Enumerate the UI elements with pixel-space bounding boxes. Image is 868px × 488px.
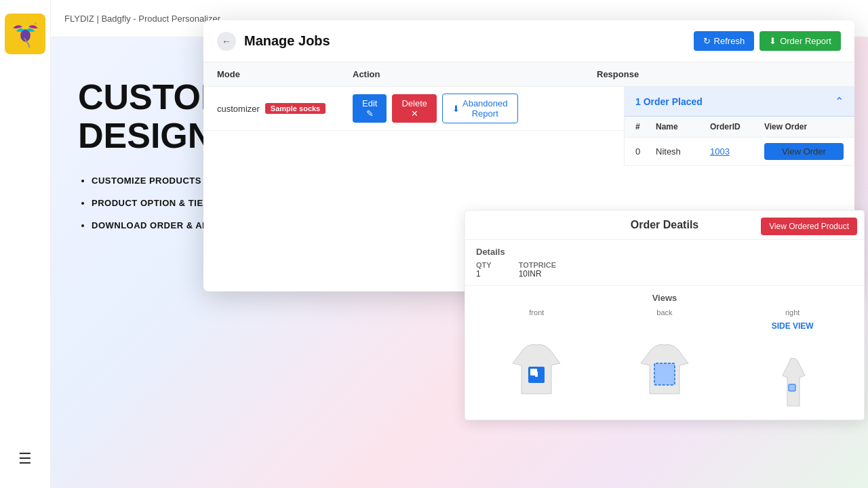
refresh-button[interactable]: ↻ Refresh [694, 31, 755, 51]
order-id-link[interactable]: 1003 [710, 146, 764, 157]
svg-text:✦: ✦ [34, 21, 37, 25]
modal-header-actions: ↻ Refresh ⬇ Order Report [694, 31, 841, 51]
row-name: Nitesh [656, 146, 710, 157]
download-icon: ⬇ [769, 36, 776, 46]
mode-text: customizer [217, 104, 260, 114]
totprice-value: 10INR [519, 269, 556, 279]
action-cell: Edit ✎ Delete ✕ ⬇ Abandoned Report [353, 94, 518, 123]
view-ordered-product-button[interactable]: View Ordered Product [761, 218, 857, 235]
back-tshirt-svg [637, 340, 692, 401]
table-body: customizer Sample socks Edit ✎ Delete ✕ … [203, 87, 854, 166]
svg-rect-11 [789, 384, 795, 391]
details-section: Details QTY 1 TOTPRICE 10INR [465, 240, 864, 286]
back-tshirt [604, 319, 726, 401]
sidebar: ✦ ✦ ☰ [0, 0, 51, 488]
svg-rect-10 [654, 363, 675, 385]
side-view-link[interactable]: SIDE VIEW [772, 321, 814, 331]
chevron-up-icon[interactable]: ⌃ [835, 95, 844, 108]
col-orderid: OrderID [710, 122, 764, 131]
order-placed-text: 1 Order Placed [635, 96, 703, 107]
order-placed-header: 1 Order Placed ⌃ [625, 87, 854, 117]
qty-block: QTY 1 [476, 261, 492, 279]
hamburger-menu[interactable]: ☰ [18, 450, 32, 468]
table-row: customizer Sample socks Edit ✎ Delete ✕ … [203, 87, 624, 131]
orders-table-header: # Name OrderID View Order [625, 117, 854, 138]
qty-value: 1 [476, 269, 492, 279]
back-button[interactable]: ← [217, 32, 236, 51]
col-response: Response [597, 69, 841, 79]
svg-text:✦: ✦ [12, 22, 16, 28]
order-report-button[interactable]: ⬇ Order Report [760, 31, 841, 51]
table-header: Mode Action Response [203, 62, 854, 87]
front-tshirt-svg [509, 340, 564, 401]
views-title: Views [476, 293, 853, 303]
orders-table-row: 0 Nitesh 1003 View Order [625, 138, 854, 166]
col-num: # [635, 122, 656, 131]
svg-point-2 [24, 26, 26, 29]
sidebar-logo[interactable]: ✦ ✦ [5, 14, 45, 54]
col-action: Action [353, 69, 597, 79]
modal-header: ← Manage Jobs ↻ Refresh ⬇ Order Report [203, 20, 854, 62]
side-tshirt-svg [779, 352, 806, 413]
table-row-area: customizer Sample socks Edit ✎ Delete ✕ … [203, 87, 624, 166]
views-section: Views front b [465, 286, 864, 420]
right-label: right [732, 308, 853, 317]
edit-button[interactable]: Edit ✎ [353, 94, 387, 123]
col-name: Name [656, 122, 710, 131]
side-tshirt [732, 331, 853, 413]
view-right: right SIDE VIEW [732, 308, 853, 413]
svg-rect-9 [535, 371, 538, 377]
delete-button[interactable]: Delete ✕ [392, 94, 437, 123]
back-icon: ← [222, 36, 231, 47]
front-label: front [476, 308, 597, 317]
views-grid: front back [476, 308, 853, 413]
modal-title-area: ← Manage Jobs [217, 32, 330, 51]
details-section-title: Details [476, 247, 853, 257]
view-order-button[interactable]: View Order [764, 143, 844, 160]
order-details-panel: Order Deatils View Ordered Product Detai… [465, 210, 865, 420]
row-num: 0 [635, 146, 656, 157]
col-view-order: View Order [764, 122, 844, 131]
sample-badge: Sample socks [265, 103, 326, 114]
topbar-title: FLYDIZ | Badgfly - Product Personalizer [64, 14, 220, 24]
download-icon-2: ⬇ [452, 104, 460, 114]
view-front: front [476, 308, 597, 413]
totprice-label: TOTPRICE [519, 261, 556, 269]
back-label: back [604, 308, 726, 317]
response-panel: 1 Order Placed ⌃ # Name OrderID View Ord… [624, 87, 854, 166]
abandoned-report-button[interactable]: ⬇ Abandoned Report [442, 94, 518, 123]
modal-title: Manage Jobs [244, 33, 330, 49]
mode-cell: customizer Sample socks [217, 103, 353, 114]
view-back: back [604, 308, 726, 413]
totprice-block: TOTPRICE 10INR [519, 261, 556, 279]
col-mode: Mode [217, 69, 353, 79]
front-tshirt [476, 319, 597, 401]
refresh-icon: ↻ [703, 36, 711, 46]
qty-label: QTY [476, 261, 492, 269]
